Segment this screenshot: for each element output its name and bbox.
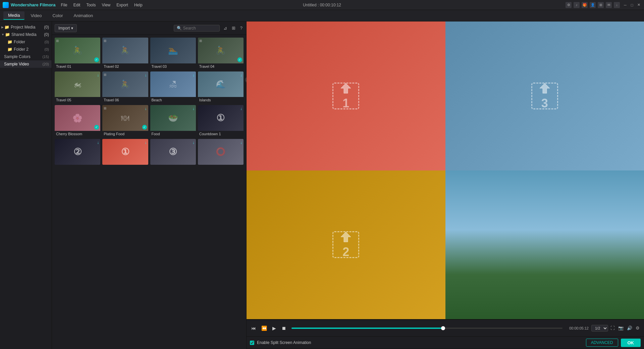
dl-badge-11: ↓ — [240, 140, 242, 145]
arrow-down-icon-2 — [538, 82, 551, 95]
menu-help[interactable]: Help — [131, 2, 145, 8]
skip-back-btn[interactable]: ⏮ — [250, 324, 257, 332]
dl-badge-5: ↓ — [145, 106, 147, 111]
minimize-btn[interactable]: ─ — [623, 2, 628, 8]
frame-back-btn[interactable]: ⏪ — [260, 324, 268, 332]
sidebar-item-folder2[interactable]: 📁 Folder 2 (0) — [0, 46, 52, 53]
folder2-icon: 📁 — [7, 47, 12, 52]
media-item-travel06[interactable]: 🚴 ↓ ⊞ Travel 06 — [102, 71, 148, 103]
preview-controls: ⏮ ⏪ ▶ ⏹ 00:00:05:12 1/2 ⛶ 📷 🔊 ⚙ — [247, 319, 644, 336]
media-item-islands[interactable]: 🌊 ↓ Islands — [198, 71, 244, 103]
folder-count: (0) — [45, 40, 49, 44]
split-controls: Enable Split Screen Animation ADVANCED O… — [247, 336, 644, 349]
tray-icon-6[interactable]: ✉ — [606, 2, 612, 8]
sample-colors-count: (15) — [42, 55, 49, 59]
tray-icon-5[interactable]: ⊞ — [598, 2, 604, 8]
close-btn[interactable]: ✕ — [636, 2, 641, 8]
import-button[interactable]: Import ▾ — [55, 24, 77, 32]
media-item-travel05[interactable]: 🏍 ↓ Travel 05 — [55, 71, 100, 103]
dl-badge-7: ↓ — [240, 106, 242, 111]
check-badge-2: ✓ — [237, 57, 242, 62]
media-item-beach[interactable]: 🏖 ↓ Beach — [150, 71, 196, 103]
grid-badge-3: ⊞ — [104, 106, 106, 110]
menu-edit[interactable]: Edit — [71, 2, 83, 8]
sample-video-count: (20) — [42, 62, 49, 66]
grid-icon[interactable]: ⊞ — [231, 24, 236, 32]
media-item-countdown2[interactable]: ② ↓ — [55, 139, 100, 165]
media-item-cherry-blossom[interactable]: 🌸 ✓ Cherry Blossom — [55, 105, 100, 137]
sidebar-item-sample-video[interactable]: Sample Video (20) — [0, 60, 52, 68]
media-item-travel01[interactable]: 🚴 ⊞ ✓ Travel 01 — [55, 38, 100, 69]
arrow-down-icon-1 — [339, 82, 353, 95]
media-item-travel04[interactable]: 🚴 ⊞ ✓ Travel 04 — [198, 38, 244, 69]
media-item-travel03[interactable]: 🏊 Travel 03 — [150, 38, 196, 69]
tray-icon-2[interactable]: ♪ — [574, 2, 580, 8]
search-icon: 🔍 — [177, 26, 182, 31]
screenshot-btn[interactable]: 📷 — [617, 325, 625, 332]
sidebar-item-sample-colors[interactable]: Sample Colors (15) — [0, 53, 52, 60]
media-label-cherry-blossom: Cherry Blossom — [55, 131, 100, 137]
tab-animation[interactable]: Animation — [69, 12, 98, 19]
svg-marker-2 — [341, 232, 351, 242]
help-icon[interactable]: ? — [239, 24, 244, 32]
menu-tools[interactable]: Tools — [84, 2, 98, 8]
dl-badge-1: ↓ — [97, 73, 99, 78]
menu-export[interactable]: Export — [114, 2, 131, 8]
drop-target-3: 2 — [332, 231, 359, 258]
dl-badge-8: ↓ — [97, 140, 99, 145]
preview-panel: 1 3 — [247, 21, 644, 349]
menu-file[interactable]: File — [58, 2, 70, 8]
split-animation-checkbox[interactable] — [250, 341, 254, 345]
fullscreen-btn[interactable]: ⛶ — [609, 325, 616, 332]
app-name: Wondershare Filmora — [11, 2, 55, 7]
advanced-btn[interactable]: ADVANCED — [586, 339, 618, 347]
progress-bar[interactable] — [291, 328, 562, 329]
sample-colors-label: Sample Colors — [4, 54, 31, 59]
drop-target-2: 3 — [531, 83, 558, 109]
filter-icon[interactable]: ⊿ — [222, 24, 228, 32]
menu-view[interactable]: View — [99, 2, 113, 8]
ratio-select[interactable]: 1/2 — [591, 325, 608, 332]
media-item-countdown[interactable]: ① ↓ Countdown 1 — [198, 105, 244, 137]
media-item-countdown5[interactable]: ⭕ ↓ — [198, 139, 244, 165]
tray-icon-7[interactable]: ↓ — [614, 2, 620, 8]
tray-icon-1[interactable]: ⚙ — [566, 2, 572, 8]
svg-marker-0 — [341, 83, 351, 93]
media-item-countdown3[interactable]: ① ↓ — [102, 139, 148, 165]
tab-video[interactable]: Video — [26, 12, 46, 19]
media-item-food[interactable]: 🥗 ↓ Food — [150, 105, 196, 137]
sidebar-item-shared-media[interactable]: ▼ 📁 Shared Media (0) — [0, 31, 52, 38]
maximize-btn[interactable]: □ — [629, 2, 635, 8]
media-label-countdown: Countdown 1 — [198, 131, 244, 137]
play-btn[interactable]: ▶ — [271, 324, 277, 332]
media-label-beach: Beach — [150, 97, 196, 103]
volume-btn[interactable]: 🔊 — [626, 325, 633, 332]
check-badge-3: ✓ — [94, 125, 99, 130]
settings-btn[interactable]: ⚙ — [635, 325, 641, 332]
menu-bar: File Edit Tools View Export Help — [58, 2, 145, 8]
thumb-badge-tl2: ⊞ — [104, 39, 106, 43]
grid-badge-2: ⊞ — [104, 73, 106, 77]
sidebar-item-folder[interactable]: 📁 Folder (0) — [0, 38, 52, 46]
folder-icon: 📁 — [4, 25, 9, 30]
media-item-travel02[interactable]: 🚴 ⊞ Travel 02 — [102, 38, 148, 69]
media-label-travel05: Travel 05 — [55, 97, 100, 103]
dl-badge-3: ↓ — [193, 73, 195, 78]
folder2-count: (0) — [45, 47, 49, 51]
tab-color[interactable]: Color — [48, 12, 67, 19]
search-input[interactable] — [183, 26, 217, 31]
folder-icon-2: 📁 — [7, 40, 12, 44]
import-label: Import — [58, 26, 70, 31]
tray-icon-4[interactable]: 👤 — [590, 2, 596, 8]
stop-btn[interactable]: ⏹ — [280, 324, 287, 332]
tab-media[interactable]: Media — [3, 11, 24, 20]
media-item-countdown4[interactable]: ③ ↓ — [150, 139, 196, 165]
media-label-travel03: Travel 03 — [150, 63, 196, 69]
progress-fill — [291, 328, 443, 329]
media-label-travel01: Travel 01 — [55, 63, 100, 69]
tray-icon-3[interactable]: 🎁 — [582, 2, 588, 8]
sidebar-item-project-media[interactable]: ▶ 📁 Project Media (0) — [0, 23, 52, 31]
arrow-down-icon-3 — [339, 230, 353, 244]
media-item-plating-food[interactable]: 🍽 ↓ ⊞ ✓ Plating Food — [102, 105, 148, 137]
ok-btn[interactable]: OK — [621, 339, 641, 347]
